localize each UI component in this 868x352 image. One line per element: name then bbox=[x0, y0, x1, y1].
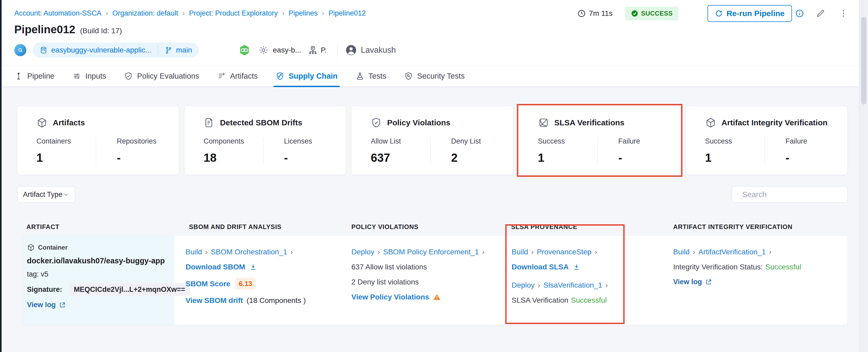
page-scrollbar[interactable] bbox=[859, 0, 868, 352]
column-header-slsa: SLSA PROVENANCE bbox=[511, 223, 577, 231]
artifact-type-select[interactable]: Artifact Type bbox=[18, 186, 75, 203]
artifact-type-label: Artifact Type bbox=[23, 191, 63, 199]
shield-check-icon bbox=[371, 117, 382, 128]
external-link-icon bbox=[705, 279, 712, 286]
stat-value: - bbox=[618, 151, 680, 164]
stat-value: 1 bbox=[538, 151, 597, 164]
download-slsa-link[interactable]: Download SLSA bbox=[512, 263, 569, 271]
repo-branch-pill[interactable]: easybuggy-vulnerable-applic... main bbox=[33, 42, 199, 58]
branch-name[interactable]: main bbox=[176, 46, 192, 54]
stat-label: Failure bbox=[785, 137, 847, 146]
stat-value: 1 bbox=[705, 151, 765, 164]
rerun-pipeline-button[interactable]: Re-run Pipeline bbox=[708, 5, 792, 22]
chevron-separator: › bbox=[290, 248, 293, 256]
stat-label: Components bbox=[204, 137, 263, 146]
tab-inputs[interactable]: Inputs bbox=[72, 65, 106, 87]
slsa-icon bbox=[538, 117, 549, 128]
step-link[interactable]: SBOM Orchestration_1 bbox=[211, 248, 287, 256]
artifact-image-name: docker.io/lavakush07/easy-buggy-app bbox=[27, 256, 170, 265]
tab-artifacts[interactable]: Artifacts bbox=[217, 65, 258, 87]
drift-component-count: (18 Components ) bbox=[247, 296, 306, 305]
breadcrumb-pipelines[interactable]: Pipelines bbox=[288, 9, 317, 18]
tab-pipeline[interactable]: Pipeline bbox=[14, 65, 54, 87]
pipeline-icon bbox=[14, 72, 23, 81]
artifact-table-row: Container docker.io/lavakush07/easy-bugg… bbox=[23, 236, 847, 325]
chevron-separator: › bbox=[531, 248, 533, 256]
column-header-policy: POLICY VIOLATIONS bbox=[351, 223, 418, 231]
view-policy-violations-link[interactable]: View Policy Violations bbox=[351, 293, 429, 301]
environment-name[interactable]: P. bbox=[321, 46, 327, 54]
view-sbom-drift-link[interactable]: View SBOM drift bbox=[186, 296, 243, 305]
status-text: SUCCESS bbox=[641, 10, 673, 17]
warning-icon bbox=[433, 293, 441, 301]
chevron-separator: › bbox=[605, 281, 608, 289]
stage-link[interactable]: Deploy bbox=[512, 281, 534, 289]
breadcrumb-separator: › bbox=[322, 9, 324, 18]
tab-security-tests[interactable]: Security Tests bbox=[404, 65, 465, 87]
supply-chain-content: Artifacts Containers1 Repositories- Dete… bbox=[2, 87, 859, 352]
status-badge: SUCCESS bbox=[625, 7, 678, 20]
breadcrumb-project[interactable]: Project: Product Exploratory bbox=[189, 9, 278, 18]
sbom-score-link[interactable]: SBOM Score bbox=[186, 280, 230, 288]
search-input[interactable] bbox=[742, 190, 842, 199]
more-options-button[interactable] bbox=[839, 9, 848, 18]
tab-supply-chain[interactable]: Supply Chain bbox=[276, 65, 337, 87]
integrity-status-line: Integrity Verification Status: Successfu… bbox=[673, 263, 842, 271]
info-button[interactable] bbox=[795, 9, 804, 18]
step-link[interactable]: ProvenanceStep bbox=[537, 248, 592, 256]
stat-label: Success bbox=[538, 137, 597, 146]
security-shield-search-icon bbox=[404, 72, 413, 81]
artifact-view-log: View log bbox=[27, 301, 170, 309]
duration-text: 7m 11s bbox=[589, 9, 613, 18]
stat-label: Containers bbox=[36, 137, 96, 146]
view-log-link[interactable]: View log bbox=[27, 301, 56, 309]
policy-violations-cell: Deploy › SBOM Policy Enforcement_1 › 637… bbox=[351, 236, 499, 301]
card-artifacts: Artifacts Containers1 Repositories- bbox=[18, 106, 179, 175]
breadcrumb-account[interactable]: Account: Automation-SSCA bbox=[14, 9, 101, 18]
download-sbom-link[interactable]: Download SBOM bbox=[186, 263, 245, 271]
download-icon bbox=[249, 263, 257, 271]
stage-link[interactable]: Build bbox=[512, 248, 528, 256]
card-title: Policy Violations bbox=[387, 118, 451, 127]
stat-label: Failure bbox=[618, 137, 680, 146]
page-title: Pipeline012 bbox=[14, 23, 75, 36]
step-link[interactable]: SBOM Policy Enforcement_1 bbox=[383, 248, 479, 256]
chevron-separator: › bbox=[595, 248, 597, 256]
breadcrumb-pipeline012[interactable]: Pipeline012 bbox=[329, 9, 366, 18]
flask-icon bbox=[355, 72, 364, 81]
repo-name[interactable]: easybuggy-vulnerable-applic... bbox=[51, 46, 152, 54]
stat-value: - bbox=[284, 151, 346, 164]
tab-label: Security Tests bbox=[417, 72, 465, 81]
chevron-separator: › bbox=[205, 248, 208, 256]
container-cube-icon bbox=[27, 244, 35, 252]
edit-pipeline-button[interactable] bbox=[816, 9, 825, 18]
tab-tests[interactable]: Tests bbox=[355, 65, 386, 87]
refresh-icon bbox=[715, 9, 723, 18]
step-link[interactable]: SlsaVerification_1 bbox=[544, 281, 602, 289]
breadcrumb-separator: › bbox=[282, 9, 284, 18]
column-header-sbom: SBOM AND DRIFT ANALYSIS bbox=[189, 223, 281, 231]
breadcrumb-separator: › bbox=[182, 9, 185, 18]
view-policy-violations-line: View Policy Violations bbox=[351, 293, 499, 301]
stage-link[interactable]: Deploy bbox=[351, 248, 374, 256]
card-slsa-verifications: SLSA Verifications Success1 Failure- bbox=[519, 106, 680, 175]
stage-link[interactable]: Build bbox=[186, 248, 202, 256]
breadcrumb-org[interactable]: Organization: default bbox=[113, 9, 178, 18]
stat-value: 1 bbox=[36, 151, 96, 164]
scrollbar-thumb[interactable] bbox=[861, 17, 866, 104]
build-id: (Build Id: 17) bbox=[80, 27, 122, 35]
triggered-by-user: Lavakush bbox=[361, 45, 396, 55]
run-controls: 7m 11s SUCCESS Re-run Pipeline bbox=[577, 5, 848, 22]
tab-policy-evaluations[interactable]: Policy Evaluations bbox=[124, 65, 199, 87]
supply-chain-shield-icon bbox=[276, 72, 284, 81]
service-name[interactable]: easy-b... bbox=[273, 46, 301, 54]
artifact-type-badge: Container bbox=[27, 244, 170, 252]
view-log-link[interactable]: View log bbox=[673, 278, 702, 286]
chevron-separator: › bbox=[769, 248, 771, 256]
policy-step-breadcrumb: Deploy › SBOM Policy Enforcement_1 › bbox=[351, 248, 499, 256]
signature-value[interactable]: MEQCICde2Vjl...L+2+mqnOXw== bbox=[69, 283, 190, 296]
stat-value: 18 bbox=[204, 151, 263, 164]
breadcrumb-separator: › bbox=[105, 9, 108, 18]
stage-link[interactable]: Build bbox=[673, 248, 689, 256]
step-link[interactable]: ArtifactVerification_1 bbox=[699, 248, 766, 256]
